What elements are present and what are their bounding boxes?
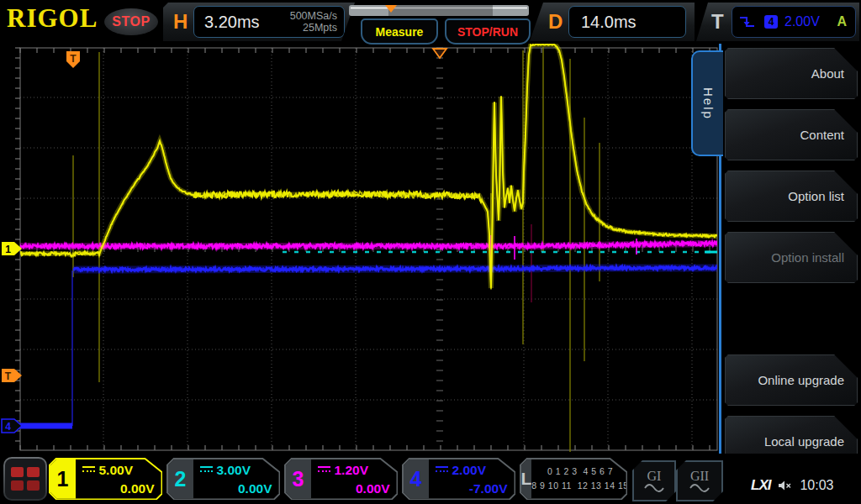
- channel-3-scale: 1.20V: [335, 463, 369, 478]
- dc-coupling-icon: [436, 466, 448, 474]
- help-menu-tab[interactable]: Help: [691, 50, 723, 156]
- digital-channels-row1: 0 1 2 3 4 5 6 7: [531, 465, 628, 479]
- svg-text:4: 4: [5, 421, 11, 433]
- run-state-badge: STOP: [104, 8, 158, 35]
- generator-1-box[interactable]: GI: [632, 460, 676, 501]
- channel-2-offset: 0.00V: [238, 481, 272, 496]
- dc-coupling-icon: [200, 466, 213, 474]
- horizontal-panel: H 3.20ms 500MSa/s 25Mpts: [163, 3, 355, 41]
- falling-edge-icon: [739, 15, 756, 29]
- trigger-mode: A: [837, 14, 855, 29]
- channel-1-scale: 5.00V: [99, 463, 134, 478]
- speaker-muted-icon: [778, 480, 792, 491]
- memory-window-region: [388, 5, 493, 16]
- softkey-online-upgrade[interactable]: Online upgrade: [725, 354, 858, 406]
- channel-2-scale: 3.00V: [217, 463, 251, 478]
- memory-trigger-pointer-icon: [385, 5, 397, 13]
- menu-grid-button[interactable]: [3, 457, 47, 501]
- logic-analyzer-box[interactable]: L 0 1 2 3 4 5 6 7 8 9 10 11 12 13 14 15: [520, 458, 627, 500]
- channel-4-number: 4: [404, 459, 429, 499]
- channel-1-box[interactable]: 1 5.00V 0.00V: [49, 458, 162, 500]
- channel-1-number: 1: [50, 459, 76, 499]
- help-tab-label: Help: [701, 87, 716, 120]
- top-status-bar: RIGOL STOP H 3.20ms 500MSa/s 25Mpts Meas…: [0, 0, 861, 44]
- trigger-level-value: 2.00V: [784, 14, 820, 29]
- svg-text:1: 1: [5, 244, 11, 255]
- svg-text:T: T: [70, 53, 77, 65]
- memory-position-bar[interactable]: [349, 5, 529, 16]
- memory-depth: 25Mpts: [303, 22, 337, 34]
- sample-rate: 500MSa/s: [290, 10, 337, 22]
- dc-coupling-icon: [82, 466, 95, 474]
- logic-analyzer-label: L: [521, 459, 532, 499]
- sine-icon: [644, 483, 664, 493]
- channel-4-scale: 2.00V: [452, 463, 487, 478]
- channel-4-offset: -7.00V: [469, 481, 508, 496]
- generator-1-label: GI: [647, 470, 662, 483]
- trigger-source-badge: 4: [764, 15, 778, 29]
- delay-value-box[interactable]: 14.0ms: [568, 6, 686, 38]
- softkey-content[interactable]: Content: [725, 109, 858, 160]
- channel-2-number: 2: [168, 459, 193, 499]
- trigger-info-box[interactable]: 4 2.00V A: [732, 6, 856, 38]
- channel-3-box[interactable]: 3 1.20V 0.00V: [284, 458, 398, 500]
- delay-label: D: [548, 12, 563, 32]
- measure-button[interactable]: Measure: [361, 18, 438, 45]
- channel-1-offset: 0.00V: [120, 481, 155, 496]
- channel-3-number: 3: [286, 459, 311, 499]
- bottom-status-bar: 1 5.00V 0.00V 2 3.00V 0.00V: [0, 454, 861, 504]
- generator-2-box[interactable]: GII: [676, 460, 723, 501]
- svg-text:T: T: [5, 370, 12, 382]
- run-state-label: STOP: [112, 14, 150, 29]
- channel-4-box[interactable]: 4 2.00V -7.00V: [402, 458, 515, 500]
- softkey-option-install[interactable]: Option install: [725, 232, 858, 283]
- menu-grid-icon: [5, 459, 45, 499]
- softkey-about[interactable]: About: [725, 48, 858, 99]
- digital-channels-row2: 8 9 10 11 12 13 14 15: [531, 479, 628, 493]
- rigol-logo: RIGOL: [7, 3, 98, 34]
- sine-icon: [689, 483, 710, 493]
- horizontal-label: H: [173, 12, 188, 32]
- dc-coupling-icon: [318, 466, 330, 474]
- horizontal-scale-box[interactable]: 3.20ms 500MSa/s 25Mpts: [193, 6, 345, 38]
- channel-2-box[interactable]: 2 3.00V 0.00V: [166, 458, 280, 500]
- generator-2-label: GII: [690, 470, 709, 483]
- system-status: LXI 10:03: [751, 477, 834, 494]
- timebase-scale: 3.20ms: [194, 13, 260, 32]
- stop-run-button[interactable]: STOP/RUN: [445, 18, 531, 45]
- lxi-logo: LXI: [751, 477, 770, 494]
- delay-panel: D 14.0ms: [530, 3, 695, 41]
- clock: 10:03: [800, 478, 833, 493]
- channel-3-offset: 0.00V: [356, 481, 390, 496]
- softkey-option-list[interactable]: Option list: [725, 171, 858, 222]
- trigger-label: T: [711, 12, 724, 32]
- delay-value: 14.0ms: [569, 13, 637, 32]
- trigger-panel: T 4 2.00V A: [696, 3, 859, 41]
